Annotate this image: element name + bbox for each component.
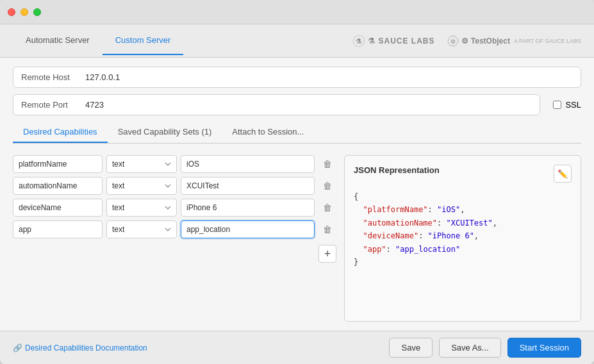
cap-key-1[interactable]: [13, 177, 103, 195]
sub-tab-bar: Desired Capabilities Saved Capability Se…: [13, 122, 581, 144]
doc-link-label: Desired Capabilities Documentation: [25, 343, 147, 352]
ssl-label: SSL: [565, 100, 581, 110]
close-button[interactable]: [8, 8, 15, 16]
link-icon: 🔗: [13, 343, 22, 352]
ssl-row: SSL: [553, 100, 581, 110]
remote-port-box: Remote Port: [13, 94, 540, 115]
capability-list: text boolean number object array 🗑 text …: [13, 155, 336, 322]
cap-delete-0[interactable]: 🗑: [318, 155, 336, 173]
cap-row-3: text boolean number object array 🗑: [13, 220, 336, 238]
remote-host-label: Remote Host: [21, 72, 79, 82]
sub-tab-attach[interactable]: Attach to Session...: [222, 122, 314, 143]
cap-type-2[interactable]: text boolean number object array: [106, 199, 177, 217]
save-as-button[interactable]: Save As...: [439, 338, 501, 358]
cap-delete-2[interactable]: 🗑: [318, 199, 336, 217]
cap-type-3[interactable]: text boolean number object array: [106, 220, 177, 238]
capabilities-area: text boolean number object array 🗑 text …: [13, 155, 581, 322]
footer: 🔗 Desired Capabilities Documentation Sav…: [0, 331, 594, 364]
save-button[interactable]: Save: [389, 338, 433, 358]
tab-bar: Automatic Server Custom Server ⚗ ⚗ SAUCE…: [0, 24, 594, 58]
cap-delete-3[interactable]: 🗑: [318, 220, 336, 238]
json-panel: JSON Representation ✏️ { "platformName":…: [344, 155, 581, 322]
remote-host-input[interactable]: [85, 72, 573, 82]
svg-text:⚙: ⚙: [450, 38, 456, 45]
start-session-button[interactable]: Start Session: [507, 338, 581, 358]
cap-key-2[interactable]: [13, 199, 103, 217]
cap-type-0[interactable]: text boolean number object array: [106, 155, 177, 173]
tab-custom-server[interactable]: Custom Server: [103, 26, 184, 55]
minimize-button[interactable]: [21, 8, 28, 16]
cap-row-2: text boolean number object array 🗑: [13, 199, 336, 217]
cap-key-0[interactable]: [13, 155, 103, 173]
remote-port-label: Remote Port: [21, 100, 79, 110]
doc-link[interactable]: 🔗 Desired Capabilities Documentation: [13, 343, 147, 352]
testobject-logo: ⚙ ⚙ TestObject A PART OF SAUCE LABS: [447, 35, 581, 47]
remote-host-row: Remote Host: [13, 67, 581, 88]
tab-automatic-server[interactable]: Automatic Server: [13, 26, 103, 55]
maximize-button[interactable]: [33, 8, 41, 16]
cap-row-0: text boolean number object array 🗑: [13, 155, 336, 173]
json-title: JSON Representation: [354, 165, 440, 175]
cap-delete-1[interactable]: 🗑: [318, 177, 336, 195]
testobject-icon: ⚙: [447, 35, 459, 47]
sub-tab-desired[interactable]: Desired Capabilities: [13, 122, 108, 143]
cap-key-3[interactable]: [13, 220, 103, 238]
add-capability-row: +: [13, 245, 336, 263]
traffic-lights: [8, 8, 41, 16]
saucelabs-logo: ⚗ ⚗ SAUCE LABS: [352, 35, 434, 47]
remote-port-input[interactable]: [85, 100, 532, 110]
remote-port-row: Remote Port SSL: [13, 94, 581, 115]
cap-val-2[interactable]: [181, 199, 315, 217]
svg-text:⚗: ⚗: [356, 38, 362, 45]
cap-type-1[interactable]: text boolean number object array: [106, 177, 177, 195]
json-content: { "platformName": "iOS", "automationName…: [354, 190, 572, 312]
saucelabs-icon: ⚗: [352, 35, 365, 47]
cap-val-0[interactable]: [181, 155, 315, 173]
app-window: Automatic Server Custom Server ⚗ ⚗ SAUCE…: [0, 0, 594, 364]
ssl-checkbox[interactable]: [553, 101, 561, 109]
brand-logos: ⚗ ⚗ SAUCE LABS ⚙ ⚙ TestObject A PART OF …: [352, 35, 581, 47]
cap-row-1: text boolean number object array 🗑: [13, 177, 336, 195]
cap-val-3[interactable]: [181, 220, 315, 238]
add-capability-button[interactable]: +: [318, 245, 336, 263]
sub-tab-saved[interactable]: Saved Capability Sets (1): [108, 122, 222, 143]
cap-val-1[interactable]: [181, 177, 315, 195]
json-edit-button[interactable]: ✏️: [554, 165, 572, 183]
content-area: Remote Host Remote Port SSL Desired Capa…: [0, 58, 594, 331]
title-bar: [0, 0, 594, 24]
